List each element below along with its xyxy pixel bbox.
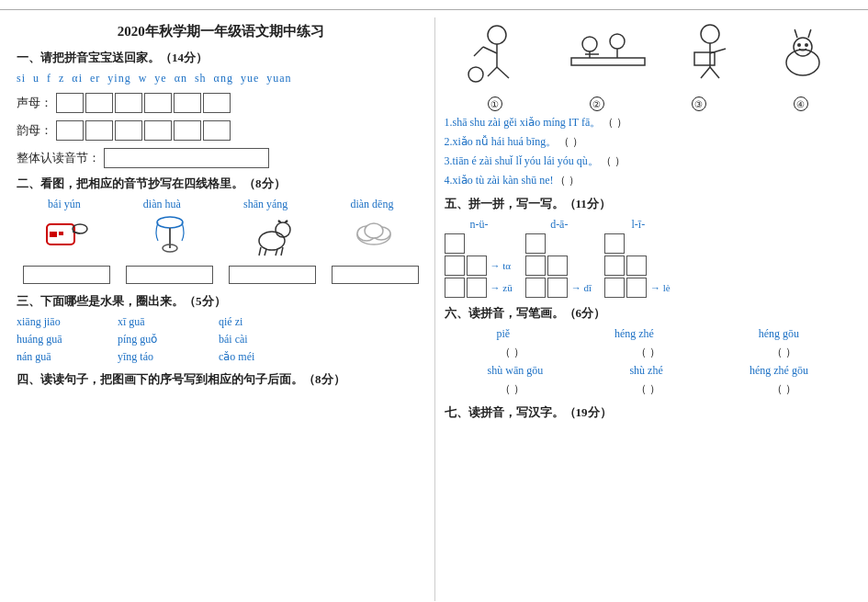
- zhengti-box[interactable]: [104, 148, 269, 168]
- svg-point-9: [276, 222, 290, 237]
- svg-rect-25: [571, 58, 645, 65]
- fruit-7: nán guā: [17, 350, 90, 364]
- right-column: ① ② ③ ④ 1.shā shu zài gěi xiǎo míng IT f…: [434, 17, 852, 601]
- nü-row3: → zū: [445, 278, 514, 298]
- nü-box3[interactable]: [467, 256, 487, 276]
- svg-line-13: [281, 247, 283, 256]
- s2-img3: [235, 215, 309, 260]
- svg-line-21: [488, 67, 497, 76]
- nü-boxes: → tα → zū: [445, 233, 514, 298]
- nü-box5[interactable]: [467, 278, 487, 298]
- yunmu-box-6[interactable]: [203, 120, 231, 141]
- fruit-1: xiāng jiāo: [17, 315, 90, 329]
- s2-img1: [31, 215, 105, 260]
- svg-point-38: [794, 38, 812, 56]
- sentence-1: 1.shā shu zài gěi xiǎo míng IT fā。 （ ）: [445, 115, 852, 131]
- yunmu-boxes: [56, 120, 231, 141]
- right-img2: [562, 21, 654, 89]
- bihua-bracket5: （ ）: [636, 381, 660, 397]
- lī-box5[interactable]: [626, 278, 647, 298]
- s2-write2[interactable]: [126, 266, 213, 284]
- svg-point-28: [610, 34, 625, 49]
- s2-write3[interactable]: [229, 266, 316, 284]
- nü-box1[interactable]: [445, 233, 465, 254]
- num2: ②: [590, 97, 604, 111]
- svg-line-34: [701, 67, 710, 78]
- shengmu-row: 声母：: [17, 93, 425, 113]
- nü-box4[interactable]: [445, 278, 465, 298]
- shengmu-box-1[interactable]: [56, 93, 84, 113]
- dā-box1[interactable]: [525, 233, 546, 254]
- lī-row3: → lè: [604, 278, 672, 298]
- section7-title: 七、读拼音，写汉字。（19分）: [445, 404, 852, 421]
- lī-row2: [604, 256, 672, 276]
- nü-row2: → tα: [445, 256, 514, 276]
- right-img4: [766, 21, 840, 89]
- section2-images: [17, 215, 425, 260]
- lī-box3[interactable]: [626, 256, 647, 276]
- svg-point-40: [805, 43, 808, 47]
- svg-point-26: [582, 37, 597, 51]
- dā-box3[interactable]: [547, 256, 568, 276]
- yunmu-box-3[interactable]: [115, 120, 142, 141]
- bihua-py3: héng gōu: [759, 327, 799, 341]
- sentence-2: 2.xiǎo nǚ hái huá bīng。 （ ）: [445, 134, 852, 150]
- right-img1: [456, 21, 538, 89]
- section3-items: xiāng jiāo xī guā qié zi huáng guā píng …: [17, 315, 425, 364]
- group-nü: n-ü- → tα → zū: [445, 218, 514, 298]
- lī-box2[interactable]: [604, 256, 625, 276]
- group-dā: d-ā- → dī: [525, 218, 593, 298]
- dā-box2[interactable]: [525, 256, 546, 276]
- dā-boxes: → dī: [525, 233, 593, 298]
- shengmu-box-6[interactable]: [203, 93, 231, 113]
- bihua-bracket2: （ ）: [636, 345, 660, 360]
- right-img3: [678, 21, 742, 89]
- num4: ④: [794, 97, 808, 111]
- lī-box1[interactable]: [604, 233, 625, 254]
- py-sh: sh: [195, 72, 207, 85]
- svg-point-31: [701, 25, 719, 43]
- shengmu-box-2[interactable]: [85, 93, 113, 113]
- fruit-6: bái cài: [219, 333, 292, 346]
- zhengti-label: 整体认读音节：: [17, 150, 100, 166]
- lī-box4[interactable]: [604, 278, 625, 298]
- dā-box4[interactable]: [525, 278, 546, 298]
- svg-point-8: [259, 232, 285, 250]
- fruit-row3: nán guā yīng táo cǎo méi: [17, 350, 425, 364]
- svg-point-37: [786, 50, 819, 75]
- py-z: z: [59, 72, 64, 85]
- s2-write1[interactable]: [23, 266, 110, 284]
- py-αng: αng: [214, 72, 233, 85]
- left-column: 2020年秋学期一年级语文期中练习 一、请把拼音宝宝送回家。（14分） si u…: [17, 17, 434, 601]
- bihua-bracket4: （ ）: [500, 381, 524, 397]
- dā-box5[interactable]: [547, 278, 568, 298]
- py-er: er: [90, 72, 100, 85]
- nü-box2[interactable]: [445, 256, 465, 276]
- num3: ③: [692, 97, 706, 111]
- bihua-py4: shù wān gōu: [488, 364, 544, 378]
- s2-img4: [337, 215, 411, 260]
- py-si: si: [17, 72, 26, 85]
- section5-grid: n-ü- → tα → zū d-ā-: [445, 218, 852, 298]
- yunmu-box-5[interactable]: [174, 120, 201, 141]
- bihua-py1: piě: [496, 327, 510, 341]
- py-u: u: [33, 72, 39, 85]
- fruit-5: píng guǒ: [118, 333, 191, 346]
- s2-write4[interactable]: [332, 266, 419, 284]
- shengmu-box-5[interactable]: [174, 93, 201, 113]
- dā-row3: → dī: [525, 278, 593, 298]
- shengmu-box-3[interactable]: [115, 93, 142, 113]
- fruit-8: yīng táo: [118, 350, 191, 364]
- section5-title: 五、拼一拼，写一写。（11分）: [445, 196, 852, 212]
- svg-point-17: [365, 223, 383, 238]
- shengmu-box-4[interactable]: [144, 93, 172, 113]
- yunmu-box-4[interactable]: [144, 120, 172, 141]
- group-lī: l-ī- → lè: [604, 218, 672, 298]
- yunmu-box-1[interactable]: [56, 120, 84, 141]
- py-w: w: [139, 72, 148, 85]
- sentence-section: 1.shā shu zài gěi xiǎo míng IT fā。 （ ） 2…: [445, 115, 852, 188]
- yunmu-box-2[interactable]: [85, 120, 113, 141]
- py-yuan: yuan: [266, 72, 291, 85]
- bihua-py6: héng zhé gōu: [750, 364, 808, 378]
- svg-line-24: [474, 47, 483, 56]
